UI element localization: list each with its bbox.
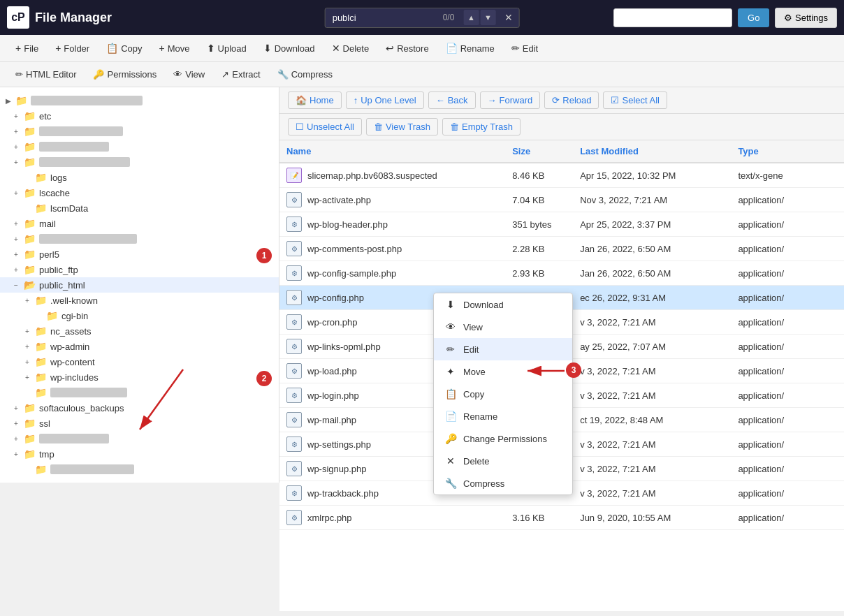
permissions-btn[interactable]: 🔑 Permissions <box>86 66 163 83</box>
file-name-cell: ⚙ wp-blog-header.php <box>279 212 505 237</box>
tree-item-tmp[interactable]: + 📁 tmp <box>0 446 279 462</box>
ctx-rename[interactable]: 📄 Rename <box>434 405 572 427</box>
ctx-change-permissions[interactable]: 🔑 Change Permissions <box>434 427 572 450</box>
tree-item[interactable]: 📁 <box>0 462 279 477</box>
search-prev-btn[interactable]: ▲ <box>463 10 479 25</box>
ctx-view[interactable]: 👁 View <box>434 316 572 338</box>
tree-item-nc-assets[interactable]: + 📁 nc_assets <box>0 323 279 339</box>
ctx-edit[interactable]: ✏ Edit <box>434 338 572 360</box>
tree-label: wp-admin <box>50 342 89 352</box>
col-header-size[interactable]: Size <box>505 140 573 163</box>
table-row[interactable]: ⚙ wp-comments-post.php 2.28 KB Jan 26, 2… <box>279 237 844 261</box>
tree-item-public-html[interactable]: − 📂 public_html <box>0 277 279 293</box>
tree-item-lscache[interactable]: + 📁 lscache <box>0 185 279 200</box>
tree-item[interactable]: + 📁 <box>0 431 279 446</box>
tree-item-lscmdata[interactable]: 📁 lscmData <box>0 200 279 216</box>
folder-icon: 📁 <box>24 448 36 460</box>
col-header-modified[interactable]: Last Modified <box>573 140 731 163</box>
forward-btn[interactable]: → Forward <box>480 91 541 109</box>
ctx-move[interactable]: ✦ Move <box>434 360 572 383</box>
tree-item-softaculous[interactable]: + 📁 softaculous_backups <box>0 400 279 416</box>
file-type: application/ <box>731 506 844 530</box>
table-row[interactable]: 📝 slicemap.php.bv6083.suspected 8.46 KB … <box>279 163 844 188</box>
unselect-all-btn[interactable]: ☐ Unselect All <box>288 118 362 135</box>
tree-item-logs[interactable]: 📁 logs <box>0 170 279 185</box>
rename-icon: 📄 <box>446 43 458 54</box>
file-btn[interactable]: + File <box>8 39 45 57</box>
file-modified: Jan 26, 2022, 6:50 AM <box>573 237 731 261</box>
tree-item-well-known[interactable]: + 📁 .well-known <box>0 293 279 308</box>
file-type: application/ <box>731 481 844 506</box>
search-close-btn[interactable]: ✕ <box>499 9 518 26</box>
table-row[interactable]: ⚙ wp-blog-header.php 351 bytes Apr 25, 2… <box>279 212 844 237</box>
move-btn[interactable]: + Move <box>152 39 197 57</box>
secondary-toolbar: ✏ HTML Editor 🔑 Permissions 👁 View ↗ Ext… <box>0 62 844 87</box>
folder-btn[interactable]: + Folder <box>48 39 96 57</box>
ctx-perms-icon: 🔑 <box>445 433 456 444</box>
ctx-copy[interactable]: 📋 Copy <box>434 383 572 405</box>
file-size: 2.93 KB <box>505 261 573 286</box>
tree-item-cgi-bin[interactable]: 📁 cgi-bin <box>0 308 279 323</box>
table-row[interactable]: ⚙ wp-activate.php 7.04 KB Nov 3, 2022, 7… <box>279 188 844 212</box>
delete-btn[interactable]: ✕ Delete <box>325 39 377 57</box>
ctx-delete[interactable]: ✕ Delete <box>434 450 572 472</box>
top-search-input[interactable] <box>613 8 732 27</box>
upload-btn[interactable]: ⬆ Upload <box>200 39 254 57</box>
tree-item[interactable]: + 📁 <box>0 231 279 247</box>
folder-icon: 📁 <box>15 95 27 106</box>
tree-item-public-ftp[interactable]: + 📁 public_ftp <box>0 262 279 277</box>
tree-item-etc[interactable]: + 📁 etc <box>0 108 279 124</box>
ctx-rename-icon: 📄 <box>445 411 456 422</box>
html-editor-btn[interactable]: ✏ HTML Editor <box>8 66 83 83</box>
extract-btn[interactable]: ↗ Extract <box>214 66 267 83</box>
up-one-level-btn[interactable]: ↑ Up One Level <box>346 91 424 109</box>
view-btn[interactable]: 👁 View <box>166 66 212 83</box>
top-bar: cP File Manager 0/0 ▲ ▼ ✕ Go ⚙ Settings <box>0 0 844 35</box>
col-header-type[interactable]: Type <box>731 140 844 163</box>
tree-item-ssl[interactable]: + 📁 ssl <box>0 416 279 431</box>
tree-item-wp-includes[interactable]: + 📁 wp-includes <box>0 369 279 385</box>
tree-item[interactable]: 📁 <box>0 385 279 400</box>
back-btn[interactable]: ← Back <box>428 91 476 109</box>
rename-btn[interactable]: 📄 Rename <box>439 39 502 57</box>
tree-item[interactable]: + 📁 <box>0 154 279 170</box>
file-type-icon: ⚙ <box>286 241 302 256</box>
edit-icon: ✏ <box>511 43 520 54</box>
col-header-name[interactable]: Name <box>279 140 505 163</box>
download-toolbar-btn[interactable]: ⬇ Download <box>256 39 322 57</box>
view-trash-btn[interactable]: 🗑 View Trash <box>366 118 438 135</box>
tree-label: cgi-bin <box>61 311 88 321</box>
ctx-compress[interactable]: 🔧 Compress <box>434 472 572 494</box>
table-row[interactable]: ⚙ wp-config-sample.php 2.93 KB Jan 26, 2… <box>279 261 844 286</box>
context-menu: ⬇ Download 👁 View ✏ Edit ✦ Move 📋 Co <box>433 293 573 495</box>
file-type-icon: ⚙ <box>286 192 302 207</box>
tree-item-perl5[interactable]: + 📁 perl5 <box>0 247 279 262</box>
tree-item-mail[interactable]: + 📁 mail <box>0 216 279 231</box>
table-row[interactable]: ⚙ xmlrpc.php 3.16 KB Jun 9, 2020, 10:55 … <box>279 506 844 530</box>
ctx-download[interactable]: ⬇ Download <box>434 293 572 316</box>
top-right-controls: Go ⚙ Settings <box>613 8 837 28</box>
reload-btn[interactable]: ⟳ Reload <box>544 91 599 109</box>
tree-expand-icon: + <box>14 266 22 274</box>
file-modified: Nov 3, 2022, 7:21 AM <box>573 188 731 212</box>
tree-item[interactable]: + 📁 <box>0 139 279 154</box>
home-btn[interactable]: 🏠 🏠 Home Home <box>288 91 342 109</box>
search-input[interactable] <box>326 8 437 27</box>
tree-item-wp-admin[interactable]: + 📁 wp-admin <box>0 339 279 354</box>
copy-toolbar-btn[interactable]: 📋 Copy <box>99 39 149 57</box>
tree-item[interactable]: ▶ 📁 <box>0 93 279 108</box>
settings-button[interactable]: ⚙ Settings <box>775 8 837 28</box>
empty-trash-btn[interactable]: 🗑 Empty Trash <box>442 118 521 135</box>
compress-btn[interactable]: 🔧 Compress <box>270 66 340 83</box>
search-next-btn[interactable]: ▼ <box>480 10 495 25</box>
tree-expand-icon: − <box>14 281 22 289</box>
tree-item[interactable]: + 📁 <box>0 124 279 139</box>
tree-item-wp-content[interactable]: + 📁 wp-content <box>0 354 279 369</box>
select-all-btn[interactable]: ☑ Select All <box>603 91 667 109</box>
go-button[interactable]: Go <box>738 8 769 27</box>
edit-toolbar-btn[interactable]: ✏ Edit <box>504 39 545 57</box>
home-icon: 🏠 <box>296 95 307 105</box>
tree-expand-icon: + <box>14 420 22 427</box>
file-name: wp-config.php <box>307 293 364 303</box>
restore-btn[interactable]: ↩ Restore <box>379 39 436 57</box>
